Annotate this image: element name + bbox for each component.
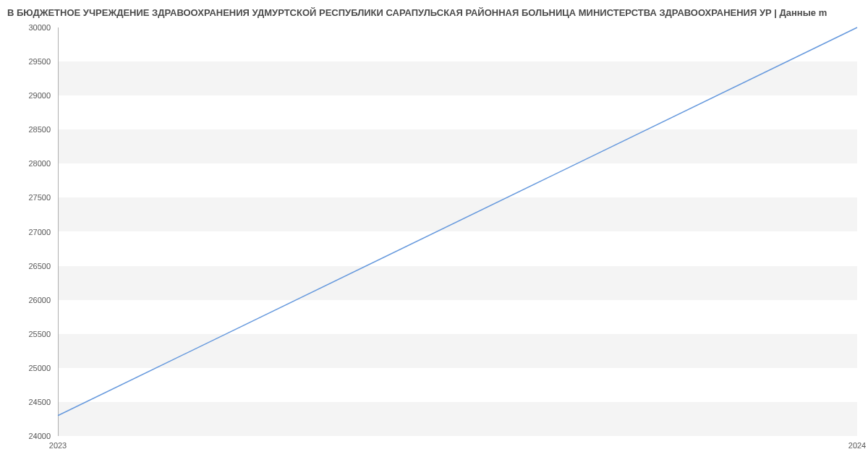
x-tick-label: 2024 [848, 441, 866, 450]
y-tick-label: 29500 [7, 57, 51, 66]
y-tick-label: 30000 [7, 23, 51, 32]
y-tick-label: 28500 [7, 125, 51, 134]
y-tick-label: 27500 [7, 193, 51, 202]
y-tick-label: 26500 [7, 262, 51, 270]
chart-title: В БЮДЖЕТНОЕ УЧРЕЖДЕНИЕ ЗДРАВООХРАНЕНИЯ У… [0, 7, 868, 18]
y-tick-label: 27000 [7, 228, 51, 236]
y-tick-label: 24500 [7, 398, 51, 406]
y-tick-label: 28000 [7, 159, 51, 168]
line-chart: В БЮДЖЕТНОЕ УЧРЕЖДЕНИЕ ЗДРАВООХРАНЕНИЯ У… [0, 0, 868, 470]
data-line [58, 27, 857, 436]
x-tick-label: 2023 [49, 441, 67, 450]
y-tick-label: 24000 [7, 432, 51, 440]
y-tick-label: 25000 [7, 364, 51, 372]
plot-area [58, 27, 857, 436]
y-tick-label: 25500 [7, 330, 51, 338]
y-tick-label: 29000 [7, 91, 51, 100]
y-tick-label: 26000 [7, 296, 51, 304]
